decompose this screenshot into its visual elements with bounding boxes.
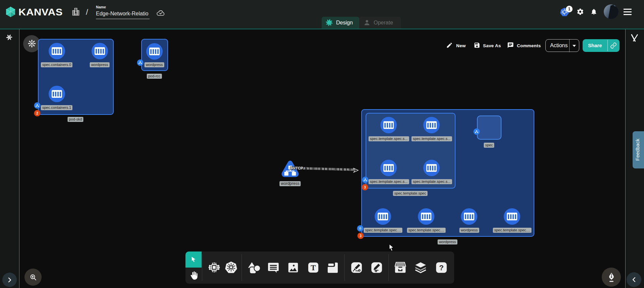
svg-text:T: T [311, 264, 316, 272]
svg-text:?: ? [439, 264, 444, 272]
